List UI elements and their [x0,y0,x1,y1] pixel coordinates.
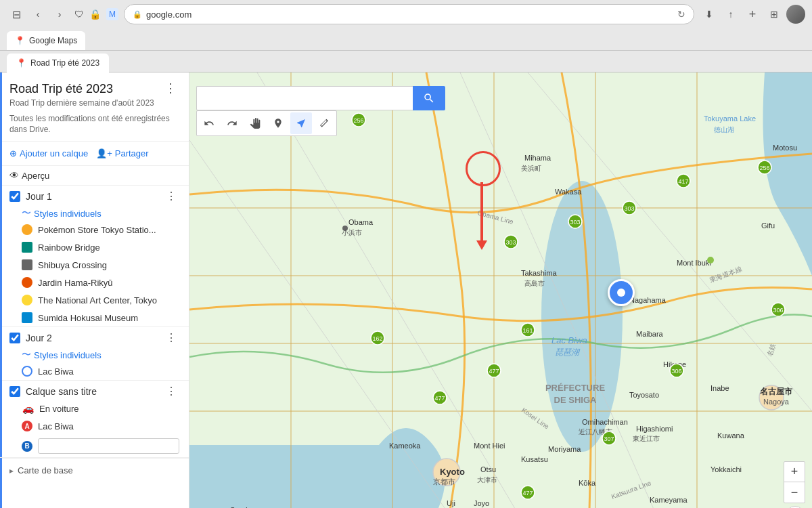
sidebar-toggle-btn[interactable]: ⊟ [7,5,26,24]
calque-menu-btn[interactable]: ⋮ [163,386,179,397]
add-layer-label: Ajouter un calque [20,148,88,158]
svg-text:256: 256 [759,165,769,171]
layer-calque-header: Calque sans titre ⋮ [0,381,189,400]
map-search-btn[interactable] [413,86,445,110]
route-tool-btn[interactable] [290,112,312,134]
share-browser-icon[interactable]: ↑ [721,5,740,24]
svg-text:高島市: 高島市 [524,280,545,287]
undo-tool-btn[interactable] [198,112,220,134]
lacbiwa2-label: Lac Biwa [38,421,74,431]
svg-text:徳山湖: 徳山湖 [714,126,734,133]
sidebar-menu-btn[interactable]: ⋮ [162,82,179,94]
tab-googlemaps-label: Google Maps [29,36,77,45]
eye-icon: 👁 [9,170,19,181]
hand-tool-btn[interactable] [244,112,266,134]
svg-text:美浜町: 美浜町 [521,165,541,172]
place-sumida[interactable]: Sumida Hokusai Museum [0,309,189,326]
svg-text:161: 161 [522,327,533,334]
svg-text:Moriyama: Moriyama [548,445,581,453]
rainbow-label: Rainbow Bridge [38,242,100,253]
share-btn[interactable]: 👤+ Partager [96,148,148,158]
jour1-checkbox[interactable] [9,191,20,202]
sidebar-saved: Toutes les modifications ont été enregis… [9,113,179,136]
layer-calque-title-group: Calque sans titre [9,386,97,397]
base-map-section: ▸ Carte de base [0,458,189,482]
place-voiture[interactable]: 🚗 En voiture [0,400,189,417]
svg-text:Inabe: Inabe [710,384,729,392]
download-icon[interactable]: ⬇ [700,5,719,24]
grid-view-btn[interactable]: ⊞ [765,5,784,24]
place-lacbiwa2[interactable]: A Lac Biwa [0,417,189,435]
svg-text:Gifu: Gifu [761,221,775,230]
avatar[interactable] [786,5,805,24]
svg-text:Nagahama: Nagahama [629,296,667,304]
place-hama[interactable]: Jardin Hama-Rikyū [0,274,189,291]
place-pokemon[interactable]: Pokémon Store Tokyo Statio... [0,221,189,238]
svg-text:307: 307 [604,436,614,442]
measure-tool-btn[interactable] [313,112,335,134]
svg-text:東近江市: 東近江市 [633,435,660,442]
privacy-icons: 🛡 🔒 M [74,8,118,20]
svg-text:Kōka: Kōka [579,479,596,487]
tab-googlemaps[interactable]: 📍 Google Maps [7,31,85,50]
voiture-label: En voiture [39,404,79,414]
svg-text:Kyoto: Kyoto [440,467,465,477]
tab-roadtrip[interactable]: 📍 Road Trip été 2023 [7,54,109,72]
svg-text:Kusatsu: Kusatsu [521,455,548,463]
calque-checkbox[interactable] [9,386,20,397]
pin-dot [608,279,635,306]
reload-icon[interactable]: ↻ [677,9,685,20]
svg-text:DE SHIGA: DE SHIGA [554,395,597,405]
rainbow-icon [22,242,32,253]
sumida-icon [22,312,32,323]
jour2-styles-btn[interactable]: 〜 Styles individuels [0,346,111,362]
pokemon-icon [22,224,32,235]
person-add-icon: 👤+ [96,148,112,158]
place-rainbow[interactable]: Rainbow Bridge [0,238,189,256]
svg-text:Mihama: Mihama [524,154,551,162]
lock-icon: 🔒 [133,10,142,19]
share-label: Partager [115,148,149,158]
address-bar[interactable]: 🔒 google.com ↻ [124,4,694,24]
svg-text:Toyosato: Toyosato [629,391,659,399]
jour1-menu-btn[interactable]: ⋮ [163,191,179,202]
marker-tool-btn[interactable] [267,112,289,134]
back-btn[interactable]: ‹ [28,5,47,24]
jour1-styles-btn[interactable]: 〜 Styles individuels [0,205,111,221]
add-layer-btn[interactable]: ⊕ Ajouter un calque [9,148,88,158]
redo-tool-btn[interactable] [221,112,243,134]
preview-label: Aperçu [22,171,49,181]
base-map-toggle[interactable]: ▸ Carte de base [9,465,179,475]
nac-label: The National Art Center, Tokyo [38,295,157,305]
map-search-input[interactable] [196,86,413,110]
main-content: Road Trip été 2023 Road Trip dernière se… [0,72,812,508]
svg-text:Lac Biwa: Lac Biwa [551,335,587,345]
layers-icon: ⊕ [9,148,17,158]
place-nac[interactable]: The National Art Center, Tokyo [0,291,189,309]
forward-btn[interactable]: › [50,5,69,24]
place-dest-b[interactable]: B [0,435,189,457]
place-shibuya[interactable]: Shibuya Crossing [0,256,189,274]
map-location-pin[interactable] [608,279,635,306]
new-tab-btn[interactable]: + [743,5,762,24]
svg-text:306: 306 [671,368,681,375]
place-lacbiwa[interactable]: Lac Biwa [0,362,189,380]
jour2-styles-icon: 〜 [22,349,31,361]
jour1-styles-label: Styles individuels [34,209,102,219]
zoom-in-btn[interactable]: + [784,462,805,482]
jour2-checkbox[interactable] [9,333,20,343]
pokemon-label: Pokémon Store Tokyo Statio... [38,225,156,235]
svg-text:Obama: Obama [348,218,374,226]
svg-text:Wakasa: Wakasa [555,188,582,196]
map-area[interactable]: Obama 小浜市 Mihama 美浜町 Wakasa Takashima 高島… [189,72,812,508]
destination-b-input[interactable] [38,438,179,454]
B-icon: B [22,441,32,452]
preview-btn[interactable]: 👁 Aperçu [0,166,189,186]
svg-text:306: 306 [773,307,783,314]
address-text: google.com [146,9,673,20]
svg-text:Maibara: Maibara [636,330,664,338]
jour2-menu-btn[interactable]: ⋮ [163,333,179,343]
zoom-out-btn[interactable]: − [784,482,805,503]
layer-calque: Calque sans titre ⋮ 🚗 En voiture A Lac B… [0,381,189,458]
sidebar: Road Trip été 2023 Road Trip dernière se… [0,72,189,508]
